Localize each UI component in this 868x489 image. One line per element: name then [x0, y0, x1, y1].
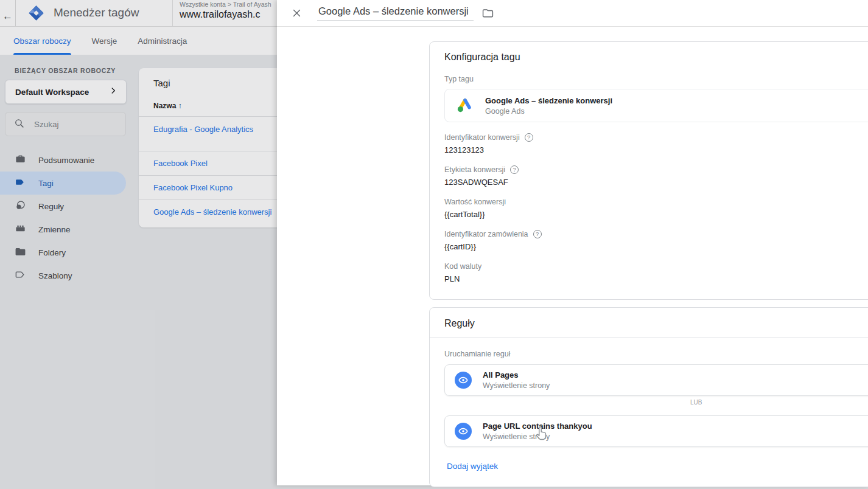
field-value: {{cartID}} [444, 242, 868, 251]
trigger-row-all-pages[interactable]: All Pages Wyświetlenie strony [444, 364, 868, 396]
tag-name-field[interactable]: Google Ads – śledzenie konwersji [317, 5, 474, 21]
tag-type-vendor: Google Ads [485, 107, 612, 116]
field-conversion-label: Etykieta konwersji ? 123SADWQESAF [444, 165, 868, 187]
help-icon[interactable]: ? [525, 133, 533, 142]
help-icon[interactable]: ? [510, 165, 519, 174]
tag-editor-body: Konfiguracja tagu Typ tagu Google Ads – … [277, 27, 868, 485]
triggers-title: Reguły [430, 308, 868, 338]
tag-configuration-title: Konfiguracja tagu [444, 52, 868, 63]
tag-type-row[interactable]: Google Ads – śledzenie konwersji Google … [444, 89, 868, 122]
or-separator: LUB [690, 399, 702, 406]
trigger-row-page-url-thankyou[interactable]: Page URL contains thankyou Wyświetlenie … [444, 415, 868, 447]
help-icon[interactable]: ? [533, 230, 542, 238]
trigger-name: All Pages [483, 370, 550, 380]
triggers-card[interactable]: Reguły Uruchamianie reguł All Pages Wyśw… [429, 307, 868, 487]
field-label: Etykieta konwersji [444, 165, 505, 174]
field-value: 123SADWQESAF [444, 178, 868, 187]
field-label: Wartość konwersji [444, 198, 506, 206]
firing-triggers-label: Uruchamianie reguł [444, 350, 868, 358]
field-label: Kod waluty [444, 262, 481, 271]
field-value: {{cartTotal}} [444, 210, 868, 219]
trigger-event-type: Wyświetlenie strony [483, 381, 550, 390]
pageview-eye-icon [455, 423, 472, 440]
field-label: Identyfikator konwersji [444, 133, 520, 142]
google-ads-icon [456, 96, 474, 116]
move-to-folder-icon[interactable] [482, 7, 494, 19]
field-value: PLN [444, 274, 868, 283]
field-conversion-value: Wartość konwersji {{cartTotal}} [444, 198, 868, 219]
tag-configuration-card[interactable]: Konfiguracja tagu Typ tagu Google Ads – … [429, 41, 868, 300]
field-conversion-id: Identyfikator konwersji ? 123123123 [444, 133, 868, 154]
field-currency-code: Kod waluty PLN [444, 262, 868, 283]
close-icon[interactable] [290, 7, 303, 19]
field-order-id: Identyfikator zamówienia ? {{cartID}} [444, 230, 868, 251]
add-exception-link[interactable]: Dodaj wyjątek [444, 462, 868, 471]
field-label: Identyfikator zamówienia [444, 230, 528, 238]
tag-editor-header: Google Ads – śledzenie konwersji [277, 0, 868, 27]
tag-type-label: Typ tagu [444, 75, 868, 83]
tag-editor-overlay: Google Ads – śledzenie konwersji Konfigu… [277, 0, 868, 485]
tag-type-name: Google Ads – śledzenie konwersji [485, 96, 612, 105]
field-value: 123123123 [444, 145, 868, 154]
pageview-eye-icon [455, 372, 472, 389]
mouse-cursor-hand-icon [533, 425, 549, 445]
